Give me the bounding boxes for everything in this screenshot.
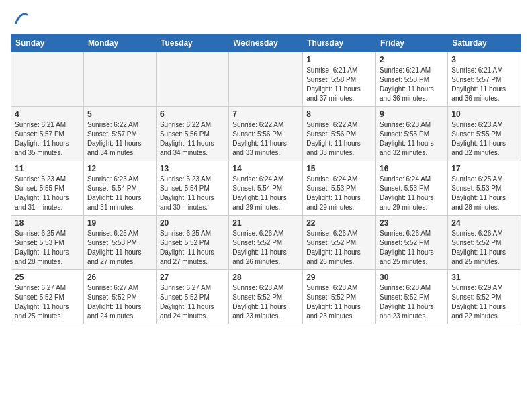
day-number: 21 <box>232 218 299 228</box>
calendar-cell: 21Sunrise: 6:26 AM Sunset: 5:52 PM Dayli… <box>229 216 303 270</box>
calendar-week-3: 11Sunrise: 6:23 AM Sunset: 5:55 PM Dayli… <box>11 161 521 216</box>
cell-content: Sunrise: 6:25 AM Sunset: 5:53 PM Dayligh… <box>15 229 80 267</box>
cell-content: Sunrise: 6:28 AM Sunset: 5:52 PM Dayligh… <box>306 283 372 321</box>
column-header-tuesday: Tuesday <box>156 34 228 52</box>
calendar-cell: 31Sunrise: 6:29 AM Sunset: 5:52 PM Dayli… <box>448 270 521 324</box>
calendar-cell: 1Sunrise: 6:21 AM Sunset: 5:58 PM Daylig… <box>303 52 376 107</box>
cell-content: Sunrise: 6:22 AM Sunset: 5:56 PM Dayligh… <box>160 120 225 158</box>
cell-content: Sunrise: 6:23 AM Sunset: 5:55 PM Dayligh… <box>380 120 444 158</box>
calendar-cell: 9Sunrise: 6:23 AM Sunset: 5:55 PM Daylig… <box>376 107 448 161</box>
calendar-cell: 26Sunrise: 6:27 AM Sunset: 5:52 PM Dayli… <box>83 270 156 324</box>
calendar-cell: 23Sunrise: 6:26 AM Sunset: 5:52 PM Dayli… <box>376 216 448 270</box>
cell-content: Sunrise: 6:29 AM Sunset: 5:52 PM Dayligh… <box>451 283 517 321</box>
day-number: 23 <box>380 218 444 228</box>
day-number: 17 <box>451 164 517 173</box>
calendar-week-4: 18Sunrise: 6:25 AM Sunset: 5:53 PM Dayli… <box>11 216 521 270</box>
day-number: 7 <box>232 109 299 119</box>
column-header-monday: Monday <box>83 34 156 52</box>
day-number: 10 <box>451 109 517 119</box>
calendar-cell: 4Sunrise: 6:21 AM Sunset: 5:57 PM Daylig… <box>11 107 84 161</box>
cell-content: Sunrise: 6:23 AM Sunset: 5:54 PM Dayligh… <box>87 175 152 212</box>
day-number: 1 <box>306 55 372 64</box>
cell-content: Sunrise: 6:21 AM Sunset: 5:58 PM Dayligh… <box>306 66 372 103</box>
cell-content: Sunrise: 6:28 AM Sunset: 5:52 PM Dayligh… <box>232 283 299 321</box>
calendar-cell: 22Sunrise: 6:26 AM Sunset: 5:52 PM Dayli… <box>303 216 376 270</box>
day-number: 26 <box>87 273 152 282</box>
day-number: 31 <box>451 273 517 282</box>
day-number: 30 <box>380 273 444 282</box>
day-number: 2 <box>380 55 444 64</box>
day-number: 11 <box>15 164 80 173</box>
day-number: 15 <box>306 164 372 173</box>
day-number: 4 <box>15 109 80 119</box>
calendar-cell: 16Sunrise: 6:24 AM Sunset: 5:53 PM Dayli… <box>376 161 448 216</box>
day-number: 22 <box>306 218 372 228</box>
calendar-cell: 11Sunrise: 6:23 AM Sunset: 5:55 PM Dayli… <box>11 161 84 216</box>
calendar-table: SundayMondayTuesdayWednesdayThursdayFrid… <box>11 34 521 324</box>
cell-content: Sunrise: 6:26 AM Sunset: 5:52 PM Dayligh… <box>451 229 517 267</box>
day-number: 3 <box>451 55 517 64</box>
cell-content: Sunrise: 6:21 AM Sunset: 5:57 PM Dayligh… <box>15 120 80 158</box>
day-number: 24 <box>451 218 517 228</box>
cell-content: Sunrise: 6:23 AM Sunset: 5:55 PM Dayligh… <box>451 120 517 158</box>
calendar-cell: 14Sunrise: 6:24 AM Sunset: 5:54 PM Dayli… <box>229 161 303 216</box>
logo <box>11 11 28 26</box>
cell-content: Sunrise: 6:26 AM Sunset: 5:52 PM Dayligh… <box>232 229 299 267</box>
cell-content: Sunrise: 6:23 AM Sunset: 5:55 PM Dayligh… <box>15 175 80 212</box>
calendar-cell: 17Sunrise: 6:25 AM Sunset: 5:53 PM Dayli… <box>448 161 521 216</box>
calendar-cell: 28Sunrise: 6:28 AM Sunset: 5:52 PM Dayli… <box>229 270 303 324</box>
calendar-cell: 24Sunrise: 6:26 AM Sunset: 5:52 PM Dayli… <box>448 216 521 270</box>
day-number: 16 <box>380 164 444 173</box>
cell-content: Sunrise: 6:25 AM Sunset: 5:53 PM Dayligh… <box>451 175 517 212</box>
cell-content: Sunrise: 6:27 AM Sunset: 5:52 PM Dayligh… <box>87 283 152 321</box>
calendar-cell <box>156 52 228 107</box>
day-number: 6 <box>160 109 225 119</box>
calendar-cell: 20Sunrise: 6:25 AM Sunset: 5:52 PM Dayli… <box>156 216 228 270</box>
day-number: 19 <box>87 218 152 228</box>
day-number: 28 <box>232 273 299 282</box>
column-header-wednesday: Wednesday <box>229 34 303 52</box>
calendar-week-2: 4Sunrise: 6:21 AM Sunset: 5:57 PM Daylig… <box>11 107 521 161</box>
calendar-cell: 7Sunrise: 6:22 AM Sunset: 5:56 PM Daylig… <box>229 107 303 161</box>
day-number: 14 <box>232 164 299 173</box>
cell-content: Sunrise: 6:25 AM Sunset: 5:52 PM Dayligh… <box>160 229 225 267</box>
calendar-cell: 5Sunrise: 6:22 AM Sunset: 5:57 PM Daylig… <box>83 107 156 161</box>
day-number: 25 <box>15 273 80 282</box>
day-number: 5 <box>87 109 152 119</box>
logo-icon <box>13 11 28 26</box>
cell-content: Sunrise: 6:28 AM Sunset: 5:52 PM Dayligh… <box>380 283 444 321</box>
calendar-cell: 3Sunrise: 6:21 AM Sunset: 5:57 PM Daylig… <box>448 52 521 107</box>
calendar-cell: 19Sunrise: 6:25 AM Sunset: 5:53 PM Dayli… <box>83 216 156 270</box>
cell-content: Sunrise: 6:22 AM Sunset: 5:56 PM Dayligh… <box>232 120 299 158</box>
calendar-cell: 10Sunrise: 6:23 AM Sunset: 5:55 PM Dayli… <box>448 107 521 161</box>
cell-content: Sunrise: 6:22 AM Sunset: 5:56 PM Dayligh… <box>306 120 372 158</box>
day-number: 27 <box>160 273 225 282</box>
calendar-cell <box>229 52 303 107</box>
cell-content: Sunrise: 6:23 AM Sunset: 5:54 PM Dayligh… <box>160 175 225 212</box>
cell-content: Sunrise: 6:27 AM Sunset: 5:52 PM Dayligh… <box>15 283 80 321</box>
day-number: 12 <box>87 164 152 173</box>
cell-content: Sunrise: 6:26 AM Sunset: 5:52 PM Dayligh… <box>380 229 444 267</box>
calendar-week-5: 25Sunrise: 6:27 AM Sunset: 5:52 PM Dayli… <box>11 270 521 324</box>
cell-content: Sunrise: 6:21 AM Sunset: 5:57 PM Dayligh… <box>451 66 517 103</box>
day-number: 29 <box>306 273 372 282</box>
calendar-cell: 25Sunrise: 6:27 AM Sunset: 5:52 PM Dayli… <box>11 270 84 324</box>
calendar-cell: 30Sunrise: 6:28 AM Sunset: 5:52 PM Dayli… <box>376 270 448 324</box>
day-number: 8 <box>306 109 372 119</box>
calendar-cell: 8Sunrise: 6:22 AM Sunset: 5:56 PM Daylig… <box>303 107 376 161</box>
cell-content: Sunrise: 6:24 AM Sunset: 5:53 PM Dayligh… <box>380 175 444 212</box>
cell-content: Sunrise: 6:24 AM Sunset: 5:53 PM Dayligh… <box>306 175 372 212</box>
calendar-cell <box>83 52 156 107</box>
cell-content: Sunrise: 6:25 AM Sunset: 5:53 PM Dayligh… <box>87 229 152 267</box>
cell-content: Sunrise: 6:26 AM Sunset: 5:52 PM Dayligh… <box>306 229 372 267</box>
calendar-cell <box>11 52 84 107</box>
calendar-cell: 12Sunrise: 6:23 AM Sunset: 5:54 PM Dayli… <box>83 161 156 216</box>
column-header-saturday: Saturday <box>448 34 521 52</box>
day-number: 9 <box>380 109 444 119</box>
calendar-cell: 29Sunrise: 6:28 AM Sunset: 5:52 PM Dayli… <box>303 270 376 324</box>
calendar-cell: 15Sunrise: 6:24 AM Sunset: 5:53 PM Dayli… <box>303 161 376 216</box>
day-number: 18 <box>15 218 80 228</box>
calendar-week-1: 1Sunrise: 6:21 AM Sunset: 5:58 PM Daylig… <box>11 52 521 107</box>
day-number: 13 <box>160 164 225 173</box>
column-header-sunday: Sunday <box>11 34 84 52</box>
